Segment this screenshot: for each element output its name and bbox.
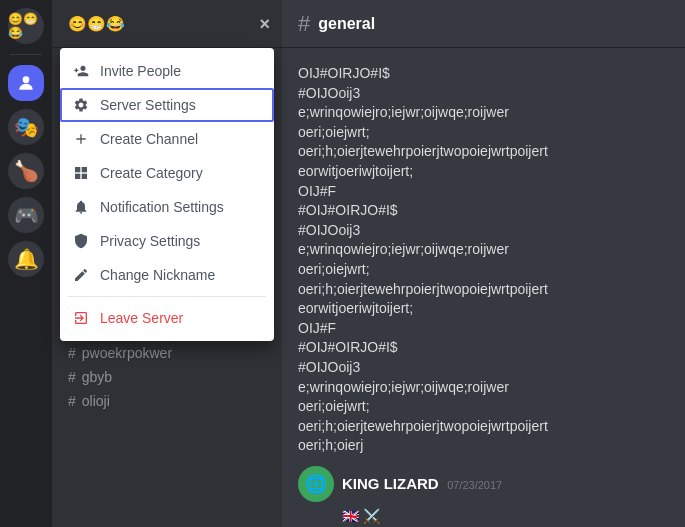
msg-line: oeri;oiejwrt; bbox=[298, 260, 669, 280]
menu-item-privacy-settings[interactable]: Privacy Settings bbox=[60, 224, 274, 258]
menu-label-change-nickname: Change Nickname bbox=[100, 267, 215, 283]
channel-sidebar: 😊😁😂 × Invite People Server Settings Crea… bbox=[52, 0, 282, 527]
channel-hash-2: # bbox=[68, 345, 76, 361]
menu-divider bbox=[68, 296, 266, 297]
person-add-icon bbox=[72, 62, 90, 80]
context-menu: Invite People Server Settings Create Cha… bbox=[60, 48, 274, 341]
msg-line: e;wrinqowiejro;iejwr;oijwqe;roijwer bbox=[298, 240, 669, 260]
msg-line: OIJ#OIRJO#I$ bbox=[298, 64, 669, 84]
svg-rect-4 bbox=[82, 174, 87, 179]
channel-name: general bbox=[318, 15, 375, 33]
menu-item-create-channel[interactable]: Create Channel bbox=[60, 122, 274, 156]
msg-line: #OIJ#OIRJO#I$ bbox=[298, 201, 669, 221]
message-block-1: OIJ#OIRJO#I$ #OIJOoij3 e;wrinqowiejro;ie… bbox=[298, 64, 669, 456]
msg-line: #OIJ#OIRJO#I$ bbox=[298, 338, 669, 358]
svg-rect-2 bbox=[82, 167, 87, 172]
plus-icon bbox=[72, 130, 90, 148]
msg-line: OIJ#F bbox=[298, 182, 669, 202]
channel-item-olioji[interactable]: # olioji bbox=[60, 389, 274, 413]
msg-line: oeri;h;oierj bbox=[298, 436, 669, 456]
message-content-1: 🇬🇧 ⚔️ bbox=[298, 506, 669, 527]
menu-item-create-category[interactable]: Create Category bbox=[60, 156, 274, 190]
menu-item-change-nickname[interactable]: Change Nickname bbox=[60, 258, 274, 292]
server-icon-user[interactable] bbox=[8, 65, 44, 101]
server-icon-emoji[interactable]: 😊😁😂 bbox=[8, 8, 44, 44]
msg-line: eorwitjoeriwjtoijert; bbox=[298, 299, 669, 319]
gear-icon bbox=[72, 96, 90, 114]
server-icon-theater[interactable]: 🎭 bbox=[8, 109, 44, 145]
msg-line: OIJ#F bbox=[298, 319, 669, 339]
main-content: # general OIJ#OIRJO#I$ #OIJOoij3 e;wrinq… bbox=[282, 0, 685, 527]
msg-line: oeri;h;oierjtewehrpoierjtwopoiejwrtpoije… bbox=[298, 280, 669, 300]
flag-emoji: 🇬🇧 ⚔️ bbox=[342, 508, 380, 524]
message-author-name-1: KING LIZARD bbox=[342, 475, 439, 492]
channel-hash-4: # bbox=[68, 393, 76, 409]
menu-item-notification-settings[interactable]: Notification Settings bbox=[60, 190, 274, 224]
svg-point-0 bbox=[23, 76, 30, 83]
menu-label-invite-people: Invite People bbox=[100, 63, 181, 79]
server-header[interactable]: 😊😁😂 × bbox=[52, 0, 282, 48]
msg-line: e;wrinqowiejro;iejwr;oijwqe;roijwer bbox=[298, 378, 669, 398]
bell-menu-icon bbox=[72, 198, 90, 216]
channel-item-gbyb[interactable]: # gbyb bbox=[60, 365, 274, 389]
server-icon-game[interactable]: 🎮 bbox=[8, 197, 44, 233]
msg-line: #OIJOoij3 bbox=[298, 221, 669, 241]
channel-hash-3: # bbox=[68, 369, 76, 385]
server-icon-bell[interactable]: 🔔 bbox=[8, 241, 44, 277]
menu-item-leave-server[interactable]: Leave Server bbox=[60, 301, 274, 335]
msg-line: oeri;h;oierjtewehrpoierjtwopoiejwrtpoije… bbox=[298, 417, 669, 437]
msg-line: eorwitjoeriwjtoijert; bbox=[298, 162, 669, 182]
category-icon bbox=[72, 164, 90, 182]
msg-line: oeri;oiejwrt; bbox=[298, 397, 669, 417]
menu-label-server-settings: Server Settings bbox=[100, 97, 196, 113]
close-button[interactable]: × bbox=[259, 13, 270, 34]
exit-icon bbox=[72, 309, 90, 327]
messages-area: OIJ#OIRJO#I$ #OIJOoij3 e;wrinqowiejro;ie… bbox=[282, 48, 685, 527]
msg-line: oeri;oiejwrt; bbox=[298, 123, 669, 143]
menu-label-privacy-settings: Privacy Settings bbox=[100, 233, 200, 249]
msg-line: #OIJOoij3 bbox=[298, 84, 669, 104]
svg-rect-3 bbox=[75, 174, 80, 179]
msg-line: oeri;h;oierjtewehrpoierjtwopoiejwrtpoije… bbox=[298, 142, 669, 162]
pencil-icon bbox=[72, 266, 90, 284]
svg-rect-1 bbox=[75, 167, 80, 172]
channel-hash-icon: # bbox=[298, 11, 310, 37]
person-icon bbox=[16, 73, 36, 93]
menu-label-notification-settings: Notification Settings bbox=[100, 199, 224, 215]
server-icon-food[interactable]: 🍗 bbox=[8, 153, 44, 189]
message-block-2: 🌐 KING LIZARD 07/23/2017 🇬🇧 ⚔️ bbox=[298, 466, 669, 527]
menu-label-create-category: Create Category bbox=[100, 165, 203, 181]
message-author-row-1: 🌐 KING LIZARD 07/23/2017 bbox=[298, 466, 669, 502]
msg-line: #OIJOoij3 bbox=[298, 358, 669, 378]
message-text-block: OIJ#OIRJO#I$ #OIJOoij3 e;wrinqowiejro;ie… bbox=[298, 64, 669, 456]
divider bbox=[10, 54, 42, 55]
channel-item-pwoekrpokwer[interactable]: # pwoekrpokwer bbox=[60, 341, 274, 365]
menu-item-server-settings[interactable]: Server Settings bbox=[60, 88, 274, 122]
menu-label-create-channel: Create Channel bbox=[100, 131, 198, 147]
server-icons-sidebar: 😊😁😂 🎭 🍗 🎮 🔔 bbox=[0, 0, 52, 527]
message-timestamp-1: 07/23/2017 bbox=[447, 479, 502, 491]
avatar-king-lizard-1: 🌐 bbox=[298, 466, 334, 502]
menu-item-invite-people[interactable]: Invite People bbox=[60, 54, 274, 88]
channel-header: # general bbox=[282, 0, 685, 48]
server-name: 😊😁😂 bbox=[68, 15, 125, 33]
msg-line: e;wrinqowiejro;iejwr;oijwqe;roijwer bbox=[298, 103, 669, 123]
shield-icon bbox=[72, 232, 90, 250]
menu-label-leave-server: Leave Server bbox=[100, 310, 183, 326]
